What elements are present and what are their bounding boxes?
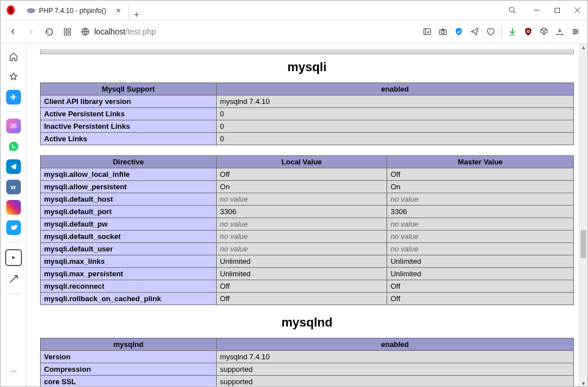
cell-val: Off bbox=[387, 280, 574, 293]
sidebar-more-icon[interactable]: ⋯ bbox=[6, 364, 21, 379]
svg-point-16 bbox=[441, 31, 444, 33]
browser-window: PHP 7.4.10 - phpinfo() ✕ + bbox=[0, 0, 588, 387]
vertical-scrollbar[interactable]: ▲ ▼ bbox=[579, 44, 587, 387]
cell-val: Off bbox=[216, 280, 387, 293]
sidebar: ✈ ✉ w ⋯ bbox=[1, 44, 27, 387]
scroll-down-arrow[interactable]: ▼ bbox=[580, 380, 587, 387]
messenger-icon[interactable]: ✉ bbox=[6, 119, 21, 133]
table-row: core SSLsupported bbox=[41, 376, 574, 388]
titlebar: PHP 7.4.10 - phpinfo() ✕ + bbox=[1, 1, 587, 20]
ublock-icon[interactable] bbox=[523, 27, 533, 37]
instagram-icon[interactable] bbox=[6, 200, 21, 215]
table-row: mysqli.default_hostno valueno value bbox=[41, 193, 574, 206]
th: Master Value bbox=[387, 156, 574, 168]
home-icon[interactable] bbox=[6, 49, 21, 64]
cell-val: Unlimited bbox=[216, 255, 387, 268]
maximize-button[interactable] bbox=[547, 1, 567, 20]
search-in-open-tabs-icon[interactable] bbox=[498, 1, 526, 20]
url-field[interactable]: localhost/test.php bbox=[77, 24, 418, 40]
table-header-row: mysqlnd enabled bbox=[41, 338, 574, 351]
cell-key: Inactive Persistent Links bbox=[41, 120, 217, 133]
cell-val: 3306 bbox=[387, 206, 574, 218]
svg-point-1 bbox=[8, 6, 13, 14]
cell-val: Unlimited bbox=[387, 255, 574, 268]
prev-section-bottom bbox=[40, 49, 574, 54]
table-row: mysqli.allow_local_infileOffOff bbox=[41, 168, 574, 181]
table-row: Active Persistent Links0 bbox=[41, 108, 574, 120]
table-header-row: MysqlI Support enabled bbox=[41, 83, 574, 95]
twitter-icon[interactable] bbox=[6, 220, 21, 235]
cell-val: no value bbox=[216, 243, 387, 255]
table-row: mysqli.default_pwno valueno value bbox=[41, 218, 574, 231]
cell-val: On bbox=[387, 181, 574, 193]
reload-button[interactable] bbox=[41, 24, 57, 40]
cell-val: no value bbox=[387, 193, 574, 206]
easy-setup-icon[interactable] bbox=[571, 27, 581, 37]
table-row: mysqli.default_socketno valueno value bbox=[41, 231, 574, 243]
table-row: Active Links0 bbox=[41, 133, 574, 145]
cell-key: mysqli.max_persistent bbox=[41, 268, 217, 280]
back-button[interactable] bbox=[5, 24, 21, 40]
scroll-thumb[interactable] bbox=[581, 230, 586, 258]
flow-icon[interactable] bbox=[6, 272, 21, 286]
svg-point-2 bbox=[27, 8, 36, 14]
extensions-cube-icon[interactable] bbox=[539, 27, 549, 37]
section-heading: mysqli bbox=[40, 60, 574, 75]
cell-val: mysqlnd 7.4.10 bbox=[216, 351, 573, 363]
whatsapp-icon[interactable] bbox=[6, 139, 21, 154]
camera-icon[interactable] bbox=[438, 27, 448, 37]
cell-val: no value bbox=[387, 218, 574, 231]
downloads-icon[interactable] bbox=[555, 27, 565, 37]
telegram-icon[interactable] bbox=[6, 159, 21, 174]
tab-active[interactable]: PHP 7.4.10 - phpinfo() ✕ bbox=[21, 2, 129, 20]
cell-key: mysqli.max_links bbox=[41, 255, 217, 268]
svg-point-3 bbox=[510, 7, 514, 12]
opera-menu-button[interactable] bbox=[1, 1, 21, 20]
page-scroll[interactable]: mysqli MysqlI Support enabled Client API… bbox=[27, 44, 587, 387]
download-arrow-icon[interactable] bbox=[507, 27, 517, 37]
cell-val: supported bbox=[216, 376, 573, 388]
cell-val: Off bbox=[387, 168, 574, 181]
send-icon[interactable] bbox=[469, 27, 480, 37]
table-row: mysqli.max_persistentUnlimitedUnlimited bbox=[41, 268, 574, 280]
minimize-button[interactable] bbox=[526, 1, 547, 20]
close-window-button[interactable] bbox=[567, 1, 587, 20]
cell-key: mysqli.default_user bbox=[41, 243, 217, 255]
url-text: localhost/test.php bbox=[94, 27, 156, 36]
cell-key: mysqli.default_port bbox=[41, 206, 217, 218]
cell-key: Client API library version bbox=[41, 95, 217, 108]
cell-val: mysqlnd 7.4.10 bbox=[216, 95, 573, 108]
body-row: ✈ ✉ w ⋯ mysqli My bbox=[1, 44, 587, 387]
cell-val: no value bbox=[216, 193, 387, 206]
flight-icon[interactable]: ✈ bbox=[6, 90, 21, 105]
cell-key: mysqli.rollback_on_cached_plink bbox=[41, 293, 217, 305]
cell-val: 3306 bbox=[216, 206, 387, 218]
forward-button[interactable] bbox=[23, 24, 39, 40]
close-tab-icon[interactable]: ✕ bbox=[115, 7, 122, 15]
url-path: /test.php bbox=[125, 27, 156, 36]
cell-key: Version bbox=[41, 351, 217, 363]
snapshot-icon[interactable] bbox=[422, 27, 432, 37]
table-row: mysqli.default_port33063306 bbox=[41, 206, 574, 218]
cell-key: mysqli.reconnect bbox=[41, 280, 217, 293]
new-tab-button[interactable]: + bbox=[129, 10, 144, 20]
table-row: mysqli.max_linksUnlimitedUnlimited bbox=[41, 255, 574, 268]
phpinfo-page: mysqli MysqlI Support enabled Client API… bbox=[27, 44, 587, 387]
svg-rect-12 bbox=[68, 32, 70, 34]
table-row: mysqli.allow_persistentOnOn bbox=[41, 181, 574, 193]
cell-val: no value bbox=[387, 243, 574, 255]
table-row: Inactive Persistent Links0 bbox=[41, 120, 574, 133]
heart-icon[interactable] bbox=[485, 27, 495, 37]
site-info-icon[interactable] bbox=[81, 27, 90, 36]
scroll-up-arrow[interactable]: ▲ bbox=[580, 44, 587, 51]
speed-dial-button[interactable] bbox=[59, 24, 75, 40]
section-heading: mysqlnd bbox=[40, 315, 574, 330]
cell-key: Compression bbox=[41, 363, 217, 376]
svg-rect-6 bbox=[555, 8, 559, 12]
shield-check-icon[interactable] bbox=[454, 27, 464, 37]
vk-icon[interactable]: w bbox=[6, 180, 21, 194]
player-icon[interactable] bbox=[5, 249, 22, 266]
address-bar: localhost/test.php bbox=[1, 20, 587, 44]
bookmark-icon[interactable] bbox=[6, 69, 21, 84]
cell-key: mysqli.allow_local_infile bbox=[41, 168, 217, 181]
